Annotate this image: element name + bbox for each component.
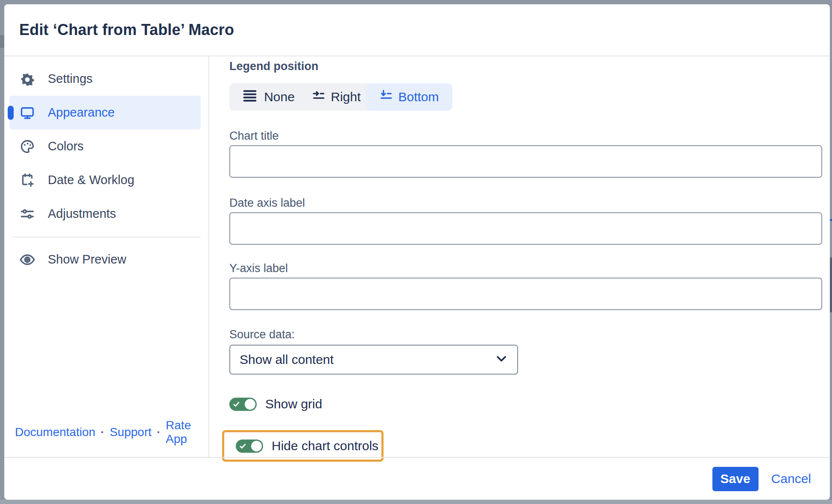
save-button[interactable]: Save	[712, 467, 759, 491]
toggle-knob	[245, 399, 255, 410]
legend-none-button[interactable]: None	[229, 83, 307, 111]
selected-indicator	[8, 105, 14, 120]
hide-chart-controls-toggle[interactable]	[236, 440, 263, 453]
background-page-edge	[0, 35, 4, 48]
y-axis-input[interactable]	[229, 278, 822, 310]
sidebar-divider	[12, 237, 201, 237]
sidebar-item-label: Colors	[48, 139, 84, 153]
source-data-value: Show all content	[240, 352, 334, 367]
sidebar-item-date-worklog[interactable]: Date & Worklog	[9, 163, 201, 197]
toggle-knob	[251, 441, 262, 451]
legend-position-control: None Right Bottom	[229, 83, 452, 111]
dialog-header: Edit ‘Chart from Table’ Macro	[4, 4, 830, 56]
sidebar-item-colors[interactable]: Colors	[9, 129, 201, 163]
check-icon	[233, 401, 240, 410]
legend-position-label: Legend position	[229, 60, 830, 73]
legend-bottom-button[interactable]: Bottom	[366, 83, 452, 111]
appearance-panel: Legend position None Right	[209, 56, 830, 457]
sidebar-item-show-preview[interactable]: Show Preview	[9, 243, 201, 276]
sidebar-item-label: Date & Worklog	[48, 173, 135, 187]
sidebar: Settings Appearance Colors	[4, 56, 209, 457]
palette-icon	[19, 138, 35, 155]
legend-bottom-icon	[380, 89, 393, 105]
sidebar-item-settings[interactable]: Settings	[9, 62, 201, 96]
link-separator: ·	[100, 425, 104, 439]
sidebar-item-label: Adjustments	[48, 207, 116, 221]
edit-macro-dialog: Edit ‘Chart from Table’ Macro Settings	[4, 4, 830, 500]
segment-label: None	[264, 90, 295, 104]
link-separator: ·	[157, 425, 161, 439]
background-page-edge	[830, 219, 832, 221]
sliders-icon	[19, 206, 35, 222]
sidebar-item-label: Show Preview	[48, 252, 126, 267]
rate-app-link[interactable]: Rate App	[166, 419, 208, 446]
sidebar-item-label: Appearance	[48, 105, 114, 120]
chevron-down-icon	[496, 355, 507, 364]
sidebar-item-label: Settings	[48, 72, 93, 86]
legend-right-icon	[312, 89, 325, 105]
date-axis-label: Date axis label	[229, 196, 830, 210]
show-grid-toggle[interactable]	[229, 398, 257, 411]
segment-label: Right	[331, 90, 360, 104]
eye-icon	[19, 252, 35, 268]
segment-label: Bottom	[398, 90, 439, 104]
background-page-table	[0, 500, 832, 504]
background-page-edge	[830, 258, 832, 312]
legend-right-button[interactable]: Right	[307, 83, 366, 111]
chart-title-label: Chart title	[229, 129, 830, 143]
chart-title-input[interactable]	[229, 145, 822, 178]
cancel-button[interactable]: Cancel	[771, 472, 811, 486]
dialog-footer: Save Cancel	[4, 457, 830, 500]
monitor-icon	[19, 105, 35, 121]
dialog-title: Edit ‘Chart from Table’ Macro	[19, 21, 234, 39]
documentation-link[interactable]: Documentation	[15, 425, 95, 439]
source-data-select[interactable]: Show all content	[229, 345, 518, 375]
calendar-plus-icon	[19, 172, 35, 188]
legend-none-icon	[241, 87, 258, 107]
sidebar-footer-links: Documentation · Support · Rate App	[15, 419, 208, 446]
screen: Edit ‘Chart from Table’ Macro Settings	[0, 0, 832, 504]
sidebar-item-appearance[interactable]: Appearance	[9, 96, 201, 129]
show-grid-row: Show grid	[229, 397, 830, 411]
hide-chart-controls-row: Hide chart controls	[236, 439, 378, 453]
y-axis-label: Y-axis label	[229, 262, 830, 275]
show-grid-label: Show grid	[265, 397, 322, 411]
hide-chart-controls-label: Hide chart controls	[272, 439, 378, 453]
date-axis-input[interactable]	[229, 212, 822, 245]
gear-icon	[19, 71, 35, 87]
source-data-label: Source data:	[229, 328, 830, 341]
check-icon	[239, 442, 246, 451]
sidebar-item-adjustments[interactable]: Adjustments	[9, 197, 201, 231]
support-link[interactable]: Support	[110, 425, 152, 439]
